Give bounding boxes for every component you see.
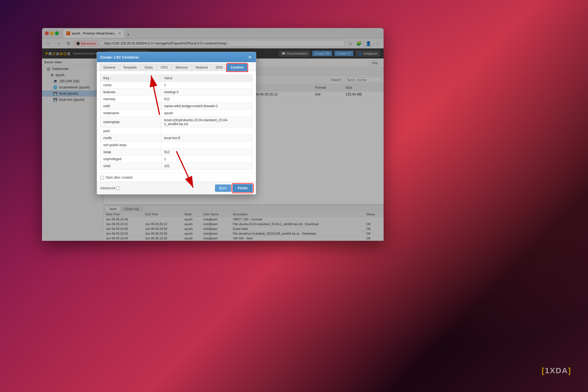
val-ostemplate: local:vztmpl/ubuntu-23.04-standard_23.04… bbox=[161, 117, 253, 128]
val-unprivileged: 1 bbox=[161, 156, 253, 163]
key-nodename: nodename bbox=[101, 110, 161, 117]
confirm-row: ssh-public-keys bbox=[101, 142, 253, 149]
confirm-table: Key ↑ Value cores 1 features nesting=1 bbox=[100, 74, 253, 170]
key-features: features bbox=[101, 89, 161, 96]
confirm-row: nodename ayush bbox=[101, 110, 253, 117]
modal-checkbox-row: Start after created bbox=[97, 173, 256, 182]
key-swap: swap bbox=[101, 149, 161, 156]
sort-arrow: ↑ bbox=[110, 77, 111, 80]
browser-window: P ayush - Proxmox Virtual Enviro... ✕ + … bbox=[42, 28, 384, 241]
val-pool bbox=[161, 128, 253, 135]
modal-tab-confirm[interactable]: Confirm bbox=[227, 64, 247, 71]
advanced-checkbox[interactable] bbox=[116, 186, 120, 190]
key-memory: memory bbox=[101, 96, 161, 103]
modal-tabs: General Template Disks CPU Memory Networ… bbox=[97, 62, 256, 71]
xda-watermark: [1XDA] bbox=[542, 366, 571, 375]
finish-button[interactable]: Finish bbox=[233, 184, 253, 192]
val-vmid: 101 bbox=[161, 163, 253, 170]
modal-header: Create: LXC Container ✕ bbox=[97, 52, 256, 62]
confirm-row: memory 512 bbox=[101, 96, 253, 103]
confirm-row: net0 name=eth0,bridge=vmbr0,firewall=1 bbox=[101, 103, 253, 110]
col-key: Key ↑ bbox=[101, 75, 161, 82]
modal-tab-network[interactable]: Network bbox=[192, 64, 211, 71]
confirm-row: features nesting=1 bbox=[101, 89, 253, 96]
confirm-row: rootfs local-lvm:8 bbox=[101, 135, 253, 142]
advanced-row: Advanced bbox=[100, 186, 120, 190]
key-unprivileged: unprivileged bbox=[101, 156, 161, 163]
modal-tab-template[interactable]: Template bbox=[120, 64, 141, 71]
modal-footer: Advanced Back Finish bbox=[97, 182, 256, 194]
val-net0: name=eth0,bridge=vmbr0,firewall=1 bbox=[161, 103, 253, 110]
confirm-row: cores 1 bbox=[101, 82, 253, 89]
val-swap: 512 bbox=[161, 149, 253, 156]
confirm-row: unprivileged 1 bbox=[101, 156, 253, 163]
key-pool: pool bbox=[101, 128, 161, 135]
val-ssh-public-keys bbox=[161, 142, 253, 149]
modal-tab-memory[interactable]: Memory bbox=[172, 64, 191, 71]
val-nodename: ayush bbox=[161, 110, 253, 117]
key-rootfs: rootfs bbox=[101, 135, 161, 142]
advanced-label: Advanced bbox=[100, 186, 115, 190]
key-cores: cores bbox=[101, 82, 161, 89]
modal-body: Key ↑ Value cores 1 features nesting=1 bbox=[97, 71, 256, 173]
start-after-label: Start after created bbox=[106, 176, 132, 179]
val-rootfs: local-lvm:8 bbox=[161, 135, 253, 142]
val-features: nesting=1 bbox=[161, 89, 253, 96]
confirm-row: swap 512 bbox=[101, 149, 253, 156]
modal-title: Create: LXC Container bbox=[100, 55, 139, 59]
val-cores: 1 bbox=[161, 82, 253, 89]
confirm-row: ostemplate local:vztmpl/ubuntu-23.04-sta… bbox=[101, 117, 253, 128]
val-memory: 512 bbox=[161, 96, 253, 103]
key-vmid: vmid bbox=[101, 163, 161, 170]
key-ostemplate: ostemplate bbox=[101, 117, 161, 128]
create-lxc-modal: Create: LXC Container ✕ General Template… bbox=[97, 52, 256, 195]
confirm-row: vmid 101 bbox=[101, 163, 253, 170]
modal-close-button[interactable]: ✕ bbox=[247, 54, 253, 60]
modal-tab-general[interactable]: General bbox=[100, 64, 119, 71]
key-net0: net0 bbox=[101, 103, 161, 110]
modal-tab-cpu[interactable]: CPU bbox=[157, 64, 171, 71]
confirm-row: pool bbox=[101, 128, 253, 135]
modal-overlay: Create: LXC Container ✕ General Template… bbox=[42, 28, 384, 241]
back-button[interactable]: Back bbox=[215, 185, 231, 192]
modal-tab-dns[interactable]: DNS bbox=[212, 64, 226, 71]
start-after-checkbox[interactable] bbox=[100, 176, 104, 179]
modal-tab-disks[interactable]: Disks bbox=[141, 64, 156, 71]
key-ssh-public-keys: ssh-public-keys bbox=[101, 142, 161, 149]
col-value: Value bbox=[161, 75, 253, 82]
